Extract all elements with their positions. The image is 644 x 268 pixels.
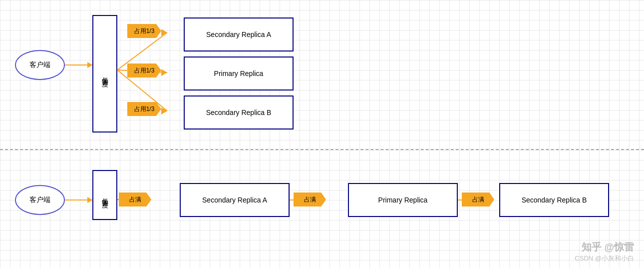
bottom-task-label: 任务调度 [100,193,109,197]
bottom-arrow-label-1: 占满 [119,192,151,206]
top-task-box: 任务调度 [92,15,117,132]
top-replica-primary-box: Primary Replica [184,56,294,90]
bottom-client-to-task-arrow [65,200,92,200]
bottom-client-label: 客户端 [29,196,50,204]
watermark: 知乎 @惊雷 CSDN @小灰和小白 [575,240,634,263]
top-replica-a-box: Secondary Replica A [184,18,294,52]
svg-marker-5 [161,108,167,114]
svg-marker-3 [161,69,167,76]
top-arrow-label-3: 占用1/3 [127,102,161,116]
top-client-to-task-arrow [65,64,92,66]
top-task-label: 任务调度 [100,72,109,76]
bottom-arrow-label-3: 占满 [462,192,494,206]
divider-line [0,149,644,150]
watermark-line2: CSDN @小灰和小白 [575,254,634,263]
bottom-task-box: 任务调度 [92,170,117,220]
bottom-replica-primary-box: Primary Replica [348,183,458,217]
svg-marker-1 [161,29,167,36]
bottom-replica-a-box: Secondary Replica A [180,183,290,217]
bottom-replica-b-box: Secondary Replica B [499,183,609,217]
main-content: 客户端 任务调度 占用1/3 占用1/3 占用1/3 Secondary Rep… [0,0,644,268]
watermark-line1: 知乎 @惊雷 [575,240,634,254]
top-client-ellipse: 客户端 [15,50,65,80]
bottom-client-ellipse: 客户端 [15,185,65,215]
top-client-label: 客户端 [29,60,50,70]
top-arrow-label-1: 占用1/3 [127,24,161,38]
top-replica-b-box: Secondary Replica B [184,96,294,130]
top-arrow-label-2: 占用1/3 [127,64,161,78]
bottom-arrow-label-2: 占满 [294,192,326,206]
